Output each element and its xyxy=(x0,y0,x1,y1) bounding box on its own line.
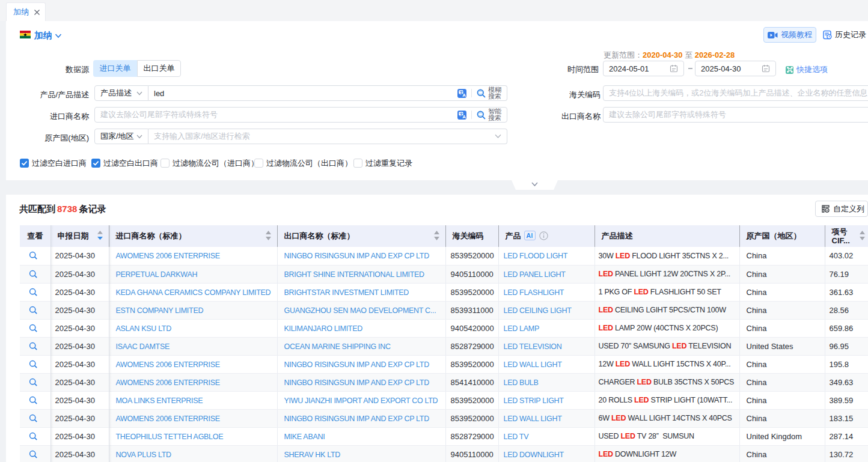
svg-text:A: A xyxy=(462,114,466,120)
svg-text:A: A xyxy=(462,93,466,98)
